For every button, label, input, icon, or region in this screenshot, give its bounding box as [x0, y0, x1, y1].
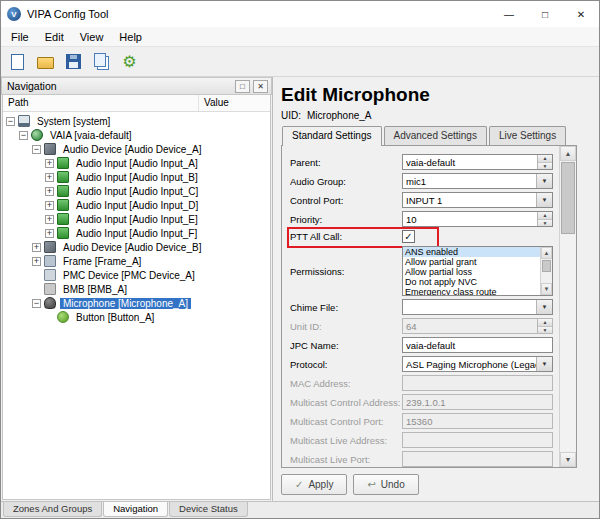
- ptt-all-call-checkbox[interactable]: ✓: [402, 230, 415, 243]
- tree-item-audio-input-audio-input-c[interactable]: +Audio Input [Audio Input_C]: [3, 184, 270, 198]
- tree-item-audio-input-audio-input-d[interactable]: +Audio Input [Audio Input_D]: [3, 198, 270, 212]
- priority-input[interactable]: 10▲▼: [402, 211, 553, 227]
- minimize-button[interactable]: —: [491, 1, 527, 27]
- scroll-up-icon[interactable]: [560, 146, 576, 161]
- spin-up-button[interactable]: ▲: [538, 155, 552, 163]
- tree-item-microphone-microphone-a[interactable]: −Microphone [Microphone_A]: [3, 296, 270, 310]
- spin-down-button[interactable]: ▼: [538, 220, 552, 227]
- scrollbar-track[interactable]: [560, 235, 576, 452]
- menu-edit[interactable]: Edit: [37, 29, 72, 45]
- spin-up-button[interactable]: ▲: [538, 319, 552, 327]
- scroll-up-icon[interactable]: [541, 247, 552, 259]
- protocol-input[interactable]: ASL Paging Microphone (Legacy)▼: [402, 356, 553, 372]
- jpc-name-input[interactable]: vaia-default: [402, 337, 553, 353]
- tree-item-pmc-device-pmc-device-a[interactable]: PMC Device [PMC Device_A]: [3, 268, 270, 282]
- apply-button[interactable]: ✓Apply: [281, 474, 347, 495]
- unit-id-input[interactable]: 64▲▼: [402, 318, 553, 334]
- scrollbar-thumb[interactable]: [542, 260, 551, 272]
- parent-input[interactable]: vaia-default▲▼: [402, 154, 553, 170]
- listbox-option[interactable]: Allow partial loss: [403, 267, 540, 277]
- listbox-option[interactable]: Do not apply NVC: [403, 277, 540, 287]
- multicast-live-address-input[interactable]: [402, 432, 553, 448]
- menu-view[interactable]: View: [72, 29, 112, 45]
- tree-item-label: Audio Input [Audio Input_C]: [73, 186, 201, 197]
- field-label: Multicast Control Port:: [290, 416, 402, 427]
- tree-item-button-button-a[interactable]: Button [Button_A]: [3, 310, 270, 324]
- dropdown-button[interactable]: ▼: [536, 193, 552, 207]
- expand-toggle-icon[interactable]: +: [45, 173, 54, 182]
- expand-toggle-icon[interactable]: −: [32, 145, 41, 154]
- listbox-scrollbar[interactable]: [540, 247, 552, 295]
- expand-toggle-icon[interactable]: +: [45, 215, 54, 224]
- multicast-live-port-input[interactable]: [402, 451, 553, 467]
- menu-help[interactable]: Help: [111, 29, 150, 45]
- chime-file-input[interactable]: ▼: [402, 299, 553, 315]
- menu-file[interactable]: File: [3, 29, 37, 45]
- tab-standard-settings[interactable]: Standard Settings: [282, 126, 382, 146]
- mac-address-input[interactable]: [402, 375, 553, 391]
- dropdown-button[interactable]: ▼: [536, 174, 552, 188]
- tree-item-audio-input-audio-input-f[interactable]: +Audio Input [Audio Input_F]: [3, 226, 270, 240]
- audio-device-icon: [44, 241, 56, 253]
- scroll-down-icon[interactable]: [560, 452, 576, 467]
- spin-down-button[interactable]: ▼: [538, 327, 552, 334]
- tree-item-vaia-vaia-default[interactable]: −VAIA [vaia-default]: [3, 128, 270, 142]
- tree-item-audio-input-audio-input-a[interactable]: +Audio Input [Audio Input_A]: [3, 156, 270, 170]
- scrollbar-track[interactable]: [541, 273, 552, 283]
- spin-up-button[interactable]: ▲: [538, 212, 552, 220]
- listbox-option[interactable]: Emergency class route: [403, 287, 540, 295]
- undo-button[interactable]: ↩Undo: [353, 474, 418, 495]
- copy-button[interactable]: [89, 50, 114, 74]
- field-row-multicast-control-address: Multicast Control Address:239.1.0.1: [290, 394, 553, 410]
- tree-item-audio-device-audio-device-a[interactable]: −Audio Device [Audio Device_A]: [3, 142, 270, 156]
- field-row-ptt-all-call: PTT All Call:✓: [290, 230, 553, 243]
- open-button[interactable]: [33, 50, 58, 74]
- new-button[interactable]: [5, 50, 30, 74]
- listbox-option[interactable]: Allow partial grant: [403, 257, 540, 267]
- multicast-control-address-input[interactable]: 239.1.0.1: [402, 394, 553, 410]
- expand-toggle-icon[interactable]: −: [19, 131, 28, 140]
- expand-toggle-icon[interactable]: +: [45, 201, 54, 210]
- page-title: Edit Microphone: [281, 84, 577, 106]
- expand-toggle-icon[interactable]: +: [45, 229, 54, 238]
- column-header-path[interactable]: Path: [3, 95, 199, 111]
- float-panel-button[interactable]: □: [235, 80, 250, 93]
- tree-item-audio-input-audio-input-b[interactable]: +Audio Input [Audio Input_B]: [3, 170, 270, 184]
- expand-toggle-icon[interactable]: +: [45, 159, 54, 168]
- tree-item-audio-device-audio-device-b[interactable]: +Audio Device [Audio Device_B]: [3, 240, 270, 254]
- tree-item-bmb-bmb-a[interactable]: BMB [BMB_A]: [3, 282, 270, 296]
- spin-down-button[interactable]: ▼: [538, 163, 552, 170]
- dock-tab-navigation[interactable]: Navigation: [103, 502, 168, 517]
- expand-toggle-icon[interactable]: +: [45, 187, 54, 196]
- dropdown-button[interactable]: ▼: [536, 300, 552, 314]
- scroll-down-icon[interactable]: [541, 283, 552, 295]
- multicast-control-port-input[interactable]: 15360: [402, 413, 553, 429]
- close-button[interactable]: ✕: [563, 1, 599, 27]
- permissions-listbox[interactable]: ANS enabledAllow partial grantAllow part…: [402, 246, 553, 296]
- tree-item-label: Microphone [Microphone_A]: [60, 298, 191, 309]
- expand-toggle-icon[interactable]: +: [32, 243, 41, 252]
- tree-item-system-system[interactable]: −System [system]: [3, 114, 270, 128]
- maximize-button[interactable]: □: [527, 1, 563, 27]
- tree-item-label: System [system]: [34, 116, 113, 127]
- dock-tab-device-status[interactable]: Device Status: [169, 502, 248, 517]
- listbox-option[interactable]: ANS enabled: [403, 247, 540, 257]
- dock-tab-zones-and-groups[interactable]: Zones And Groups: [3, 502, 102, 517]
- tree-item-frame-frame-a[interactable]: +Frame [Frame_A]: [3, 254, 270, 268]
- audio-group-input[interactable]: mic1▼: [402, 173, 553, 189]
- save-button[interactable]: [61, 50, 86, 74]
- dropdown-button[interactable]: ▼: [536, 357, 552, 371]
- form-scrollbar[interactable]: [559, 146, 576, 467]
- uid-label: UID:: [281, 110, 301, 121]
- column-header-value[interactable]: Value: [199, 95, 270, 111]
- expand-toggle-icon[interactable]: +: [32, 257, 41, 266]
- control-port-input[interactable]: INPUT 1▼: [402, 192, 553, 208]
- settings-button[interactable]: [117, 50, 142, 74]
- tree-item-audio-input-audio-input-e[interactable]: +Audio Input [Audio Input_E]: [3, 212, 270, 226]
- close-panel-button[interactable]: ✕: [253, 80, 268, 93]
- tab-live-settings[interactable]: Live Settings: [489, 126, 566, 145]
- tab-advanced-settings[interactable]: Advanced Settings: [384, 126, 487, 145]
- scrollbar-thumb[interactable]: [561, 162, 575, 234]
- expand-toggle-icon[interactable]: −: [6, 117, 15, 126]
- expand-toggle-icon[interactable]: −: [32, 299, 41, 308]
